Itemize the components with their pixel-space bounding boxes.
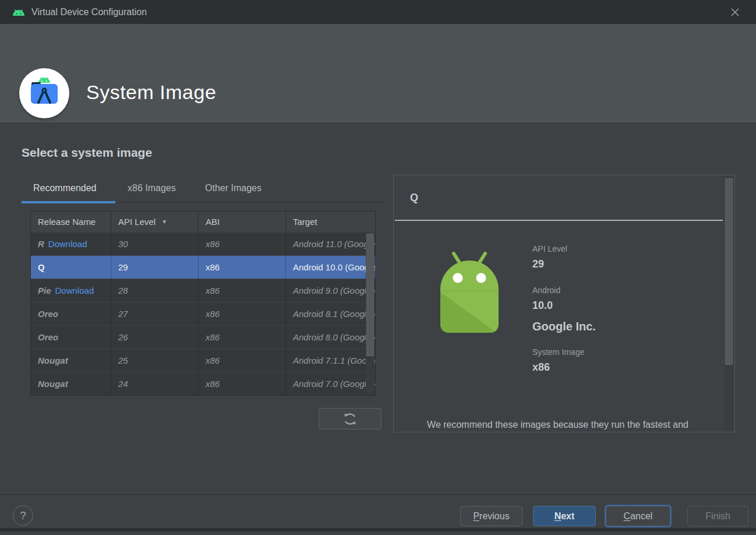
column-release-name[interactable]: Release Name bbox=[31, 212, 111, 232]
active-tab-underline bbox=[22, 201, 115, 203]
download-link[interactable]: Download bbox=[48, 239, 87, 249]
table-row[interactable]: Oreo 26 x86 Android 8.0 (Google APIs) bbox=[31, 325, 375, 349]
details-scrollbar[interactable] bbox=[725, 177, 733, 431]
section-heading: Select a system image bbox=[22, 146, 152, 160]
help-button[interactable]: ? bbox=[13, 505, 33, 526]
bottom-bar: ? Previous Next Cancel Finish bbox=[0, 494, 756, 532]
target-cell: Android 11.0 (Google APIs) bbox=[286, 233, 375, 255]
api-level-cell: 25 bbox=[111, 349, 199, 372]
tab-other-images[interactable]: Other Images bbox=[205, 183, 262, 193]
abi-cell: x86 bbox=[199, 349, 286, 372]
abi-cell: x86 bbox=[199, 233, 286, 255]
api-level-value: 29 bbox=[532, 258, 596, 270]
abi-cell: x86 bbox=[199, 372, 286, 395]
column-api-level[interactable]: API Level▼ bbox=[111, 212, 199, 232]
table-row[interactable]: Q 29 x86 Android 10.0 (Google APIs) bbox=[31, 255, 375, 279]
release-name: Nougat bbox=[38, 379, 68, 389]
details-title: Q bbox=[410, 192, 418, 204]
tab-recommended[interactable]: Recommended bbox=[33, 183, 97, 193]
details-fields: API Level 29 Android 10.0 Google Inc. Sy… bbox=[532, 244, 596, 374]
download-link[interactable]: Download bbox=[55, 286, 94, 295]
window-title: Virtual Device Configuration bbox=[31, 7, 147, 17]
release-name: Q bbox=[38, 262, 45, 272]
table-row[interactable]: Nougat 25 x86 Android 7.1.1 (Google APIs… bbox=[31, 349, 375, 372]
android-head-icon bbox=[12, 8, 26, 17]
close-button[interactable] bbox=[725, 4, 746, 20]
api-level-cell: 28 bbox=[111, 279, 199, 302]
column-abi[interactable]: ABI bbox=[199, 212, 286, 232]
abi-cell: x86 bbox=[199, 326, 286, 349]
target-cell: Android 7.0 (Google APIs) bbox=[286, 372, 375, 395]
release-name: Pie bbox=[38, 286, 51, 295]
target-cell: Android 9.0 (Google APIs) bbox=[286, 279, 375, 302]
android-robot-image bbox=[432, 244, 507, 337]
android-version-value: 10.0 bbox=[532, 300, 596, 312]
target-cell: Android 7.1.1 (Google APIs) bbox=[286, 349, 375, 372]
titlebar: Virtual Device Configuration bbox=[0, 0, 756, 24]
table-row[interactable]: Nougat 24 x86 Android 7.0 (Google APIs) bbox=[31, 372, 375, 395]
details-divider bbox=[395, 220, 723, 221]
refresh-icon bbox=[342, 413, 358, 425]
vendor-value: Google Inc. bbox=[532, 320, 596, 333]
system-image-table: Release Name API Level▼ ABI Target RDown… bbox=[30, 211, 376, 396]
next-button[interactable]: Next bbox=[533, 506, 596, 526]
target-cell: Android 8.0 (Google APIs) bbox=[286, 326, 375, 349]
api-level-label: API Level bbox=[532, 244, 596, 254]
details-panel: Q API Level 29 Android 10.0 Google Inc bbox=[393, 175, 735, 432]
virtual-device-configuration-dialog: Virtual Device Configuration bbox=[0, 0, 756, 535]
android-studio-logo bbox=[19, 68, 69, 118]
refresh-button[interactable] bbox=[319, 408, 381, 430]
api-level-cell: 24 bbox=[111, 372, 199, 395]
tab-x86-images[interactable]: x86 Images bbox=[128, 183, 176, 193]
page-title: System Image bbox=[86, 81, 216, 104]
android-studio-logo-icon bbox=[27, 76, 62, 111]
cancel-button[interactable]: Cancel bbox=[606, 506, 670, 526]
release-name: Nougat bbox=[38, 356, 68, 365]
sort-desc-icon: ▼ bbox=[161, 219, 167, 225]
table-scrollbar[interactable] bbox=[366, 232, 375, 395]
abi-cell: x86 bbox=[199, 279, 286, 302]
table-header: Release Name API Level▼ ABI Target bbox=[31, 212, 375, 232]
release-name: R bbox=[38, 239, 44, 249]
close-icon bbox=[730, 8, 740, 17]
android-label: Android bbox=[532, 286, 596, 295]
table-row[interactable]: PieDownload 28 x86 Android 9.0 (Google A… bbox=[31, 279, 375, 302]
wizard-header: System Image bbox=[0, 24, 756, 122]
release-name: Oreo bbox=[38, 332, 58, 342]
details-scrollbar-thumb[interactable] bbox=[725, 178, 733, 365]
column-target[interactable]: Target bbox=[286, 212, 375, 232]
api-level-cell: 30 bbox=[111, 233, 199, 255]
finish-button: Finish bbox=[687, 506, 748, 526]
table-row[interactable]: Oreo 27 x86 Android 8.1 (Google APIs) bbox=[31, 302, 375, 325]
abi-value: x86 bbox=[532, 361, 596, 374]
abi-cell: x86 bbox=[199, 302, 286, 325]
window-bottom-edge bbox=[0, 528, 756, 532]
table-scrollbar-thumb[interactable] bbox=[366, 234, 374, 356]
table-body: RDownload 30 x86 Android 11.0 (Google AP… bbox=[31, 232, 375, 395]
table-row[interactable]: RDownload 30 x86 Android 11.0 (Google AP… bbox=[31, 232, 375, 255]
abi-cell: x86 bbox=[199, 256, 286, 279]
previous-button[interactable]: Previous bbox=[460, 506, 522, 526]
release-name: Oreo bbox=[38, 309, 58, 319]
api-level-cell: 27 bbox=[111, 302, 199, 325]
help-icon: ? bbox=[20, 509, 26, 522]
api-level-cell: 29 bbox=[111, 256, 199, 279]
target-cell: Android 10.0 (Google APIs) bbox=[286, 256, 375, 279]
api-level-cell: 26 bbox=[111, 326, 199, 349]
system-image-label: System Image bbox=[532, 347, 596, 357]
target-cell: Android 8.1 (Google APIs) bbox=[286, 302, 375, 325]
image-tabs: Recommended x86 Images Other Images bbox=[22, 181, 384, 203]
recommendation-note: We recommend these images because they r… bbox=[394, 420, 722, 430]
